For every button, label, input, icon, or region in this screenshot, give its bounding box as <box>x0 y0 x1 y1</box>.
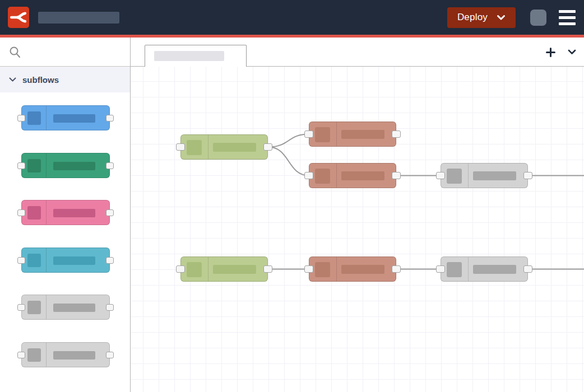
node-label-placeholder <box>53 114 95 123</box>
node-icon <box>315 127 330 142</box>
deploy-button[interactable]: Deploy <box>447 7 516 28</box>
node-label-placeholder <box>53 304 95 312</box>
palette-node-blue[interactable] <box>21 105 110 130</box>
node-separator <box>336 257 337 281</box>
node-icon <box>27 159 41 172</box>
node-output-port[interactable] <box>523 265 532 273</box>
palette-node-pink[interactable] <box>21 200 110 225</box>
deploy-options-chevron-icon[interactable] <box>497 15 506 21</box>
palette-node-gray[interactable] <box>21 295 110 320</box>
node-input-port[interactable] <box>176 143 185 151</box>
flow-list-button[interactable] <box>568 49 576 55</box>
node-input-port[interactable] <box>304 130 313 138</box>
node-icon <box>447 262 462 277</box>
node-output-port[interactable] <box>263 265 272 273</box>
palette-node-cyan[interactable] <box>21 248 110 273</box>
flow-node-olive[interactable] <box>180 256 268 282</box>
node-input-port[interactable] <box>304 265 313 273</box>
node-icon <box>315 262 330 277</box>
palette-node-gray[interactable] <box>21 342 110 367</box>
flow-tab[interactable] <box>145 45 247 67</box>
flow-node-gray[interactable] <box>441 256 528 282</box>
node-output-port <box>106 162 114 169</box>
header-title-placeholder <box>38 12 119 24</box>
flow-node-salmon[interactable] <box>309 163 396 188</box>
node-input-port <box>17 162 25 169</box>
node-output-port <box>106 115 114 122</box>
node-separator <box>46 153 47 178</box>
flow-tab-bar <box>131 38 584 67</box>
node-output-port[interactable] <box>392 172 401 179</box>
user-avatar[interactable] <box>530 10 546 26</box>
node-icon <box>27 348 41 362</box>
add-flow-button[interactable] <box>546 48 555 57</box>
deploy-button-label: Deploy <box>457 12 488 23</box>
node-label-placeholder <box>53 256 95 265</box>
chevron-down-icon <box>568 49 576 55</box>
node-red-logo-icon <box>10 8 27 26</box>
node-icon <box>315 169 330 184</box>
node-input-port <box>17 209 25 216</box>
node-separator <box>208 257 208 281</box>
node-output-port[interactable] <box>392 130 401 138</box>
node-label-placeholder <box>341 265 384 274</box>
flow-node-gray[interactable] <box>441 163 528 188</box>
node-label-placeholder <box>213 143 256 152</box>
node-label-placeholder <box>53 209 95 217</box>
node-output-port <box>106 304 114 311</box>
flow-node-olive[interactable] <box>180 134 268 160</box>
node-output-port <box>106 209 114 216</box>
node-icon <box>27 206 41 220</box>
workspace <box>131 38 584 392</box>
node-label-placeholder <box>53 162 95 170</box>
flow-node-salmon[interactable] <box>309 122 396 147</box>
node-input-port <box>17 115 25 122</box>
node-separator <box>468 257 469 281</box>
node-output-port <box>106 257 114 264</box>
node-separator <box>468 164 469 188</box>
node-separator <box>336 164 337 188</box>
node-input-port[interactable] <box>304 172 313 179</box>
palette-category-subflows[interactable]: subflows <box>0 67 130 92</box>
node-input-port[interactable] <box>436 172 445 179</box>
flow-tab-label-placeholder <box>154 51 224 61</box>
chevron-down-icon <box>9 77 16 82</box>
plus-icon <box>546 48 555 57</box>
node-label-placeholder <box>53 351 95 360</box>
node-output-port[interactable] <box>392 265 401 273</box>
node-red-logo[interactable] <box>8 7 29 28</box>
hamburger-menu-icon[interactable] <box>559 10 576 25</box>
search-icon <box>9 46 21 58</box>
flow-wires <box>131 67 584 392</box>
palette-search[interactable] <box>0 38 130 67</box>
node-separator <box>208 135 208 159</box>
node-input-port[interactable] <box>176 265 185 273</box>
node-separator <box>46 200 47 225</box>
header-bar: Deploy <box>0 0 584 35</box>
node-separator <box>46 106 47 130</box>
node-label-placeholder <box>473 265 516 274</box>
node-icon <box>447 169 462 184</box>
node-output-port[interactable] <box>263 143 272 151</box>
node-input-port <box>17 257 25 264</box>
palette-node-list <box>0 92 130 392</box>
node-label-placeholder <box>213 265 256 274</box>
node-input-port[interactable] <box>436 265 445 273</box>
node-output-port[interactable] <box>523 172 532 179</box>
node-icon <box>27 254 41 267</box>
flow-node-salmon[interactable] <box>309 256 396 282</box>
palette-sidebar: subflows <box>0 38 131 392</box>
node-separator <box>46 343 47 367</box>
node-separator <box>336 122 337 146</box>
wire <box>268 147 309 176</box>
node-input-port <box>17 352 25 358</box>
node-icon <box>27 301 41 314</box>
node-label-placeholder <box>341 130 384 139</box>
node-input-port <box>17 304 25 311</box>
flow-canvas[interactable] <box>131 67 584 392</box>
node-separator <box>46 248 47 272</box>
node-icon <box>187 140 202 155</box>
palette-node-green[interactable] <box>21 153 110 178</box>
palette-category-label: subflows <box>22 75 59 85</box>
node-icon <box>187 262 202 277</box>
